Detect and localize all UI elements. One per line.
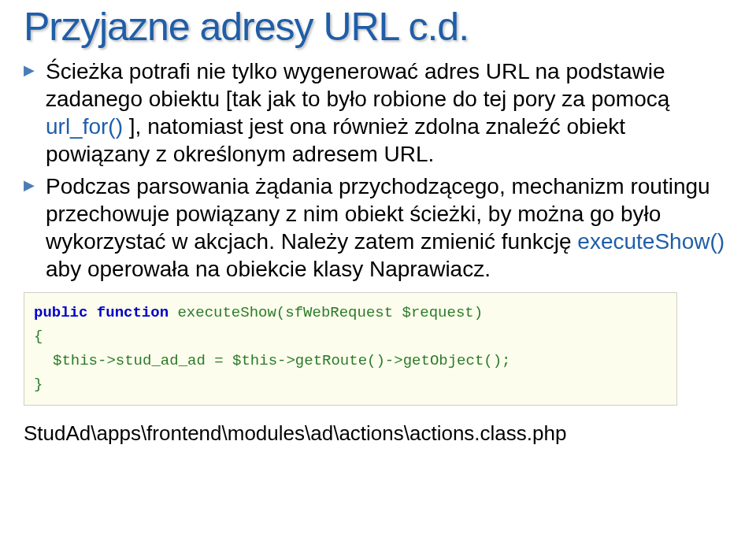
slide-title: Przyjazne adresy URL c.d.: [24, 0, 732, 57]
file-path: StudAd\apps\frontend\modules\ad\actions\…: [24, 421, 732, 446]
code-keyword-function: function: [97, 304, 169, 321]
bullet-text-1a: Ścieżka potrafi nie tylko wygenerować ad…: [46, 59, 669, 111]
code-brace-close: }: [34, 373, 667, 396]
code-block: public function executeShow(sfWebRequest…: [24, 292, 677, 406]
code-keyword-public: public: [34, 304, 87, 321]
bullet-highlight-2: executeShow(): [577, 229, 724, 254]
bullet-text-1b: ], natomiast jest ona również zdolna zna…: [46, 114, 625, 166]
code-function-signature: executeShow(sfWebRequest $request): [177, 304, 483, 321]
bullet-list: Ścieżka potrafi nie tylko wygenerować ad…: [24, 57, 732, 283]
code-brace-open: {: [34, 324, 667, 348]
bullet-item-2: Podczas parsowania żądania przychodząceg…: [24, 172, 732, 283]
code-line-1: public function executeShow(sfWebRequest…: [34, 301, 667, 324]
bullet-text-2b: aby operowała na obiekcie klasy Naprawia…: [46, 257, 491, 281]
bullet-highlight-1: url_for(): [46, 114, 123, 139]
bullet-item-1: Ścieżka potrafi nie tylko wygenerować ad…: [24, 57, 732, 168]
code-body: $this->stud_ad_ad = $this->getRoute()->g…: [34, 349, 667, 373]
